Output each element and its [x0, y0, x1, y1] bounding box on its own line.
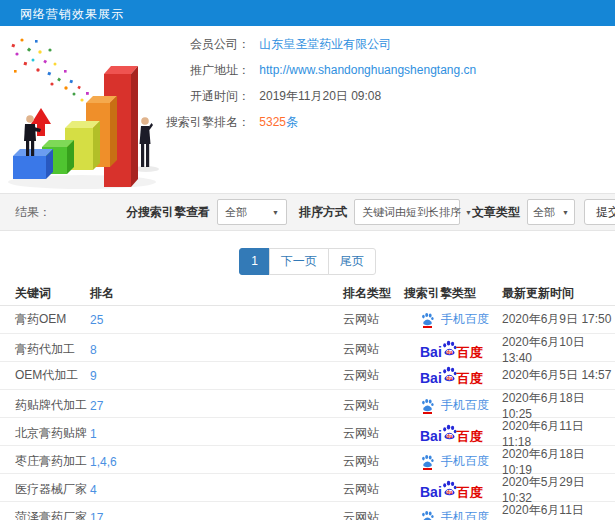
rank-count-number: 5325: [259, 115, 286, 129]
baidu-logo-bai: Bai: [420, 371, 442, 385]
promo-url-link[interactable]: http://www.shandonghuangshengtang.cn: [259, 63, 476, 77]
baidu-paw-icon: [420, 312, 435, 328]
col-keyword: 关键词: [15, 285, 90, 302]
cell-rank[interactable]: 1: [90, 427, 343, 441]
last-page-button[interactable]: 尾页: [328, 248, 376, 275]
cell-rank-type: 云网站: [343, 509, 404, 520]
table-row: 医疗器械厂家 4 云网站 Bai du: [0, 474, 615, 502]
table-header-row: 关键词 排名 排名类型 搜索引擎类型 最新更新时间: [0, 281, 615, 306]
page-title: 网络营销效果展示: [20, 7, 124, 21]
baidu-logo-bai: Bai: [420, 429, 442, 443]
baidu-du-mark: [423, 468, 432, 470]
baidu-logo-cn: 百度: [457, 486, 483, 499]
baidu-du-mark: [423, 412, 432, 414]
baidu-paw-icon: du: [441, 480, 458, 498]
baidu-paw-icon: [420, 510, 435, 520]
member-info-fields: 会员公司： 山东皇圣堂药业有限公司 推广地址： http://www.shand…: [160, 31, 476, 135]
table-row: 药贴牌代加工 27 云网站 手机百度: [0, 390, 615, 418]
cell-rank[interactable]: 25: [90, 313, 343, 327]
table-row: 膏药代加工 8 云网站 Bai du: [0, 334, 615, 362]
baidu-logo-du: du: [446, 376, 452, 381]
mobile-baidu-badge: 手机百度: [420, 311, 489, 328]
col-engine-type: 搜索引擎类型: [404, 285, 502, 302]
table-row: OEM代加工 9 云网站 Bai du: [0, 362, 615, 390]
company-label: 会员公司：: [160, 31, 250, 57]
pagination: 1 下一页 尾页: [0, 248, 615, 275]
baidu-logo-bai: Bai: [420, 345, 442, 359]
cell-rank[interactable]: 9: [90, 369, 343, 383]
chevron-down-icon: ▼: [465, 209, 472, 216]
cell-keyword: 北京膏药贴牌: [15, 425, 90, 442]
table-row: 枣庄膏药加工 1,4,6 云网站 手机百: [0, 446, 615, 474]
engine-filter-label: 分搜索引擎查看: [126, 204, 210, 221]
sort-label: 排序方式: [299, 204, 347, 221]
col-rank-type: 排名类型: [343, 285, 404, 302]
col-rank: 排名: [90, 285, 343, 302]
mobile-baidu-badge: 手机百度: [420, 509, 489, 520]
cell-rank-type: 云网站: [343, 367, 404, 384]
cell-keyword: 枣庄膏药加工: [15, 453, 90, 470]
mobile-baidu-label: 手机百度: [441, 509, 489, 520]
baidu-du-mark: [423, 326, 432, 328]
sort-select[interactable]: 关键词由短到长排序 ▼: [354, 199, 460, 225]
field-open-time: 开通时间： 2019年11月20日 09:08: [160, 83, 476, 109]
growth-chart-illustration: [0, 32, 180, 192]
businessman-right: [140, 117, 154, 167]
cell-rank[interactable]: 8: [90, 343, 343, 357]
page-header-bar: 网络营销效果展示: [0, 0, 615, 26]
cell-keyword: 膏药OEM: [15, 311, 90, 328]
cell-rank[interactable]: 1,4,6: [90, 455, 343, 469]
cell-engine: 手机百度: [404, 311, 502, 328]
open-time-label: 开通时间：: [160, 83, 250, 109]
cell-engine: 手机百度: [404, 397, 502, 414]
table-body: 膏药OEM 25 云网站 手机百度: [0, 306, 615, 520]
sort-value: 关键词由短到长排序: [362, 205, 461, 220]
field-company: 会员公司： 山东皇圣堂药业有限公司: [160, 31, 476, 57]
rank-count-value: 5325条: [259, 115, 298, 129]
table-row: 膏药OEM 25 云网站 手机百度: [0, 306, 615, 334]
cell-engine: 手机百度: [404, 509, 502, 520]
baidu-paw-icon: [420, 398, 435, 414]
engine-filter-select[interactable]: 全部 ▼: [217, 199, 287, 225]
baidu-logo-cn: 百度: [457, 372, 483, 385]
cell-engine: Bai du 百度: [404, 424, 502, 443]
rank-count-unit: 条: [286, 115, 298, 129]
baidu-logo: Bai du 百度: [420, 340, 483, 359]
cell-rank[interactable]: 27: [90, 399, 343, 413]
cell-keyword: 膏药代加工: [15, 341, 90, 358]
cell-updated: 2020年6月18日 10:19: [502, 446, 615, 477]
cell-engine: Bai du 百度: [404, 366, 502, 385]
mobile-baidu-badge: 手机百度: [420, 397, 489, 414]
filter-bar: 结果： 分搜索引擎查看 全部 ▼ 排序方式 关键词由短到长排序 ▼ 文章类型 全…: [0, 193, 615, 231]
cell-keyword: 菏泽膏药厂家: [15, 509, 90, 520]
confetti-dots: [11, 38, 100, 107]
rank-count-label: 搜索引擎排名：: [160, 109, 250, 135]
article-type-select[interactable]: 全部 ▼: [527, 199, 575, 225]
cell-updated: 2020年6月18日 10:25: [502, 390, 615, 421]
field-rank-count: 搜索引擎排名： 5325条: [160, 109, 476, 135]
page-button-1[interactable]: 1: [239, 248, 270, 275]
cell-keyword: 医疗器械厂家: [15, 481, 90, 498]
filter-controls: 分搜索引擎查看 全部 ▼ 排序方式 关键词由短到长排序 ▼ 文章类型 全部 ▼ …: [114, 199, 615, 225]
baidu-logo: Bai du 百度: [420, 424, 483, 443]
results-table: 关键词 排名 排名类型 搜索引擎类型 最新更新时间 膏药OEM 25 云网站: [0, 281, 615, 520]
chevron-down-icon: ▼: [272, 209, 279, 216]
cell-updated: 2020年6月11日 11:40: [502, 502, 615, 520]
table-row: 菏泽膏药厂家 17 云网站 手机百度: [0, 502, 615, 520]
article-type-value: 全部: [533, 205, 555, 220]
next-page-button[interactable]: 下一页: [269, 248, 329, 275]
result-label: 结果：: [15, 204, 51, 221]
baidu-logo: Bai du 百度: [420, 480, 483, 499]
cell-rank[interactable]: 4: [90, 483, 343, 497]
mobile-baidu-label: 手机百度: [441, 311, 489, 328]
promo-url-label: 推广地址：: [160, 57, 250, 83]
cell-keyword: 药贴牌代加工: [15, 397, 90, 414]
company-link[interactable]: 山东皇圣堂药业有限公司: [259, 37, 391, 51]
cell-rank-type: 云网站: [343, 453, 404, 470]
cell-updated: 2020年6月10日 13:40: [502, 334, 615, 365]
baidu-paw-icon: du: [441, 340, 458, 358]
submit-button[interactable]: 提交: [584, 199, 615, 225]
cell-updated: 2020年6月5日 14:57: [502, 367, 615, 384]
baidu-logo: Bai du 百度: [420, 366, 483, 385]
cell-rank[interactable]: 17: [90, 511, 343, 520]
